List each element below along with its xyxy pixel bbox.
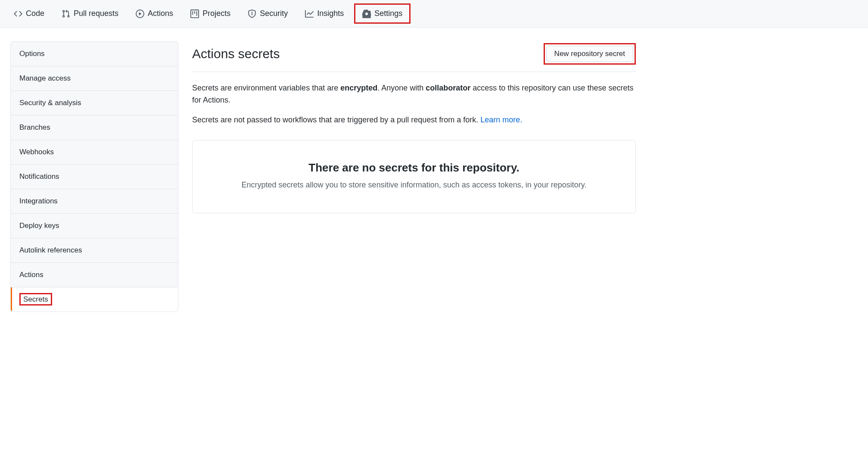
page-header: Actions secrets New repository secret bbox=[192, 43, 636, 72]
tab-pull-requests[interactable]: Pull requests bbox=[55, 5, 125, 22]
settings-main: Actions secrets New repository secret Se… bbox=[192, 41, 636, 312]
tab-pulls-label: Pull requests bbox=[74, 8, 118, 19]
sidebar-item-label: Options bbox=[19, 50, 45, 58]
gear-icon bbox=[362, 9, 371, 18]
tab-projects[interactable]: Projects bbox=[184, 5, 237, 22]
new-secret-highlight: New repository secret bbox=[544, 43, 636, 65]
shield-icon bbox=[248, 9, 256, 18]
tab-settings-label: Settings bbox=[374, 8, 402, 19]
learn-more-link[interactable]: Learn more. bbox=[480, 115, 522, 124]
sidebar-menu: Options Manage access Security & analysi… bbox=[10, 41, 178, 312]
play-circle-icon bbox=[136, 9, 144, 18]
secrets-description-1: Secrets are environment variables that a… bbox=[192, 82, 636, 106]
sidebar-item-integrations[interactable]: Integrations bbox=[11, 189, 178, 214]
sidebar-item-label: Autolink references bbox=[19, 246, 82, 254]
sidebar-item-security-analysis[interactable]: Security & analysis bbox=[11, 91, 178, 115]
tab-actions[interactable]: Actions bbox=[129, 5, 180, 22]
sidebar-item-label: Secrets bbox=[19, 293, 52, 305]
sidebar-item-label: Security & analysis bbox=[19, 99, 81, 107]
tab-code[interactable]: Code bbox=[7, 5, 51, 22]
tab-projects-label: Projects bbox=[202, 8, 230, 19]
code-icon bbox=[14, 9, 22, 18]
sidebar-item-label: Deploy keys bbox=[19, 221, 59, 230]
git-pull-request-icon bbox=[62, 9, 70, 18]
tab-code-label: Code bbox=[26, 8, 44, 19]
empty-state-subtitle: Encrypted secrets allow you to store sen… bbox=[203, 181, 625, 190]
sidebar-item-actions[interactable]: Actions bbox=[11, 263, 178, 287]
sidebar-item-label: Manage access bbox=[19, 74, 71, 82]
sidebar-item-branches[interactable]: Branches bbox=[11, 115, 178, 140]
project-icon bbox=[190, 9, 199, 18]
sidebar-item-label: Branches bbox=[19, 123, 50, 131]
empty-state: There are no secrets for this repository… bbox=[192, 140, 636, 213]
new-repository-secret-button[interactable]: New repository secret bbox=[546, 46, 633, 62]
settings-sidebar: Options Manage access Security & analysi… bbox=[10, 41, 178, 312]
empty-state-title: There are no secrets for this repository… bbox=[203, 161, 625, 175]
graph-icon bbox=[305, 9, 314, 18]
tab-actions-label: Actions bbox=[148, 8, 173, 19]
tab-security[interactable]: Security bbox=[241, 5, 295, 22]
sidebar-item-label: Actions bbox=[19, 271, 44, 279]
settings-container: Options Manage access Security & analysi… bbox=[0, 28, 646, 326]
sidebar-item-label: Webhooks bbox=[19, 148, 54, 156]
tab-security-label: Security bbox=[260, 8, 288, 19]
secrets-description-2: Secrets are not passed to workflows that… bbox=[192, 114, 636, 126]
sidebar-item-label: Integrations bbox=[19, 197, 58, 205]
tab-insights-label: Insights bbox=[317, 8, 344, 19]
sidebar-item-notifications[interactable]: Notifications bbox=[11, 165, 178, 189]
sidebar-item-webhooks[interactable]: Webhooks bbox=[11, 140, 178, 165]
sidebar-item-autolink[interactable]: Autolink references bbox=[11, 238, 178, 263]
sidebar-item-secrets[interactable]: Secrets bbox=[11, 287, 178, 312]
repo-topnav: Code Pull requests Actions Projects Secu… bbox=[0, 0, 868, 28]
sidebar-item-options[interactable]: Options bbox=[11, 42, 178, 66]
tab-settings[interactable]: Settings bbox=[354, 3, 411, 24]
sidebar-item-label: Notifications bbox=[19, 172, 59, 181]
sidebar-item-manage-access[interactable]: Manage access bbox=[11, 66, 178, 91]
tab-insights[interactable]: Insights bbox=[298, 5, 351, 22]
sidebar-item-deploy-keys[interactable]: Deploy keys bbox=[11, 214, 178, 238]
page-title: Actions secrets bbox=[192, 47, 280, 61]
